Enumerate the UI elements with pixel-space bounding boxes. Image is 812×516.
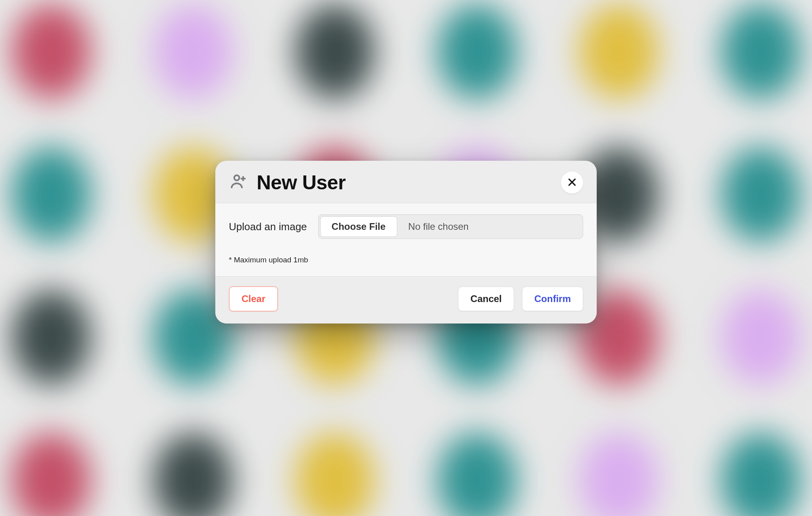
modal-body: Upload an image Choose File No file chos…: [215, 203, 597, 276]
close-icon: [567, 177, 577, 189]
file-status: No file chosen: [399, 215, 583, 239]
upload-label: Upload an image: [229, 221, 307, 233]
confirm-button[interactable]: Confirm: [522, 287, 583, 311]
file-picker: Choose File No file chosen: [318, 214, 583, 239]
close-button[interactable]: [561, 171, 583, 194]
upload-row: Upload an image Choose File No file chos…: [229, 214, 583, 239]
choose-file-button[interactable]: Choose File: [320, 216, 397, 237]
modal-header: New User: [215, 161, 597, 203]
cancel-button[interactable]: Cancel: [458, 287, 514, 311]
clear-button[interactable]: Clear: [229, 286, 278, 312]
modal-title: New User: [257, 171, 552, 194]
svg-point-0: [234, 175, 240, 181]
user-plus-icon: [229, 172, 248, 193]
modal-overlay: New User Upload an image Choose File No …: [0, 0, 812, 516]
upload-hint: * Maximum upload 1mb: [229, 256, 583, 264]
new-user-modal: New User Upload an image Choose File No …: [215, 161, 597, 323]
modal-footer: Clear Cancel Confirm: [215, 276, 597, 323]
